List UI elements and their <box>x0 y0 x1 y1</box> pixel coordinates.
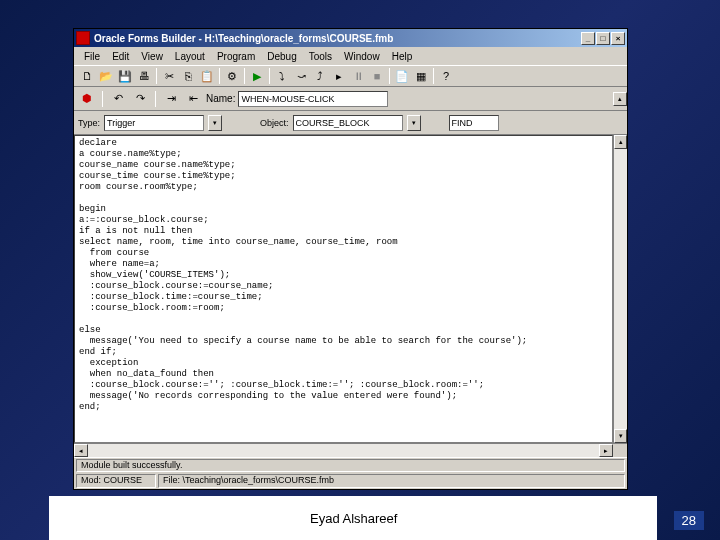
author-label: Eyad Alshareef <box>310 511 397 526</box>
help-icon[interactable]: ? <box>437 67 455 85</box>
object-dropdown-icon[interactable]: ▾ <box>407 115 421 131</box>
main-toolbar: 🗋 📂 💾 🖶 ✂ ⎘ 📋 ⚙ ▶ ⤵ ⤻ ⤴ ▸ ⏸ ■ 📄 ▦ ? <box>74 65 627 87</box>
type-dropdown-icon[interactable]: ▾ <box>208 115 222 131</box>
step-into-icon[interactable]: ⤵ <box>273 67 291 85</box>
menu-file[interactable]: File <box>78 49 106 64</box>
step-out-icon[interactable]: ⤴ <box>311 67 329 85</box>
menu-debug[interactable]: Debug <box>261 49 302 64</box>
go-icon[interactable]: ▸ <box>330 67 348 85</box>
object-input[interactable] <box>293 115 403 131</box>
new-icon[interactable]: 🗋 <box>78 67 96 85</box>
horizontal-scrollbar[interactable]: ◂ ▸ <box>74 443 627 457</box>
secondary-toolbar: ⬢ ↶ ↷ ⇥ ⇤ Name: ▴ <box>74 87 627 111</box>
redo-icon[interactable]: ↷ <box>131 90 149 108</box>
layout-icon[interactable]: ▦ <box>412 67 430 85</box>
menu-help[interactable]: Help <box>386 49 419 64</box>
type-input[interactable] <box>104 115 204 131</box>
undo-icon[interactable]: ↶ <box>109 90 127 108</box>
menu-layout[interactable]: Layout <box>169 49 211 64</box>
menubar: File Edit View Layout Program Debug Tool… <box>74 47 627 65</box>
app-icon <box>76 31 90 45</box>
minimize-button[interactable]: _ <box>581 32 595 45</box>
statusbar-1: Module built successfully. <box>74 457 627 473</box>
menu-window[interactable]: Window <box>338 49 386 64</box>
outdent-icon[interactable]: ⇤ <box>184 90 202 108</box>
name-input[interactable] <box>238 91 388 107</box>
compile-icon[interactable]: ⬢ <box>78 90 96 108</box>
app-window: Oracle Forms Builder - H:\Teaching\oracl… <box>73 28 628 490</box>
object-label: Object: <box>260 118 289 128</box>
indent-icon[interactable]: ⇥ <box>162 90 180 108</box>
maximize-button[interactable]: □ <box>596 32 610 45</box>
step-over-icon[interactable]: ⤻ <box>292 67 310 85</box>
close-button[interactable]: × <box>611 32 625 45</box>
form-icon[interactable]: 📄 <box>393 67 411 85</box>
page-number: 28 <box>674 511 704 530</box>
code-editor[interactable]: declare a course.name%type; course_name … <box>74 135 613 443</box>
scroll-right-button[interactable]: ▸ <box>599 444 613 457</box>
window-title: Oracle Forms Builder - H:\Teaching\oracl… <box>94 33 581 44</box>
scroll-track[interactable] <box>614 149 627 429</box>
slide-footer: Eyad Alshareef 28 <box>0 496 720 540</box>
open-icon[interactable]: 📂 <box>97 67 115 85</box>
scroll-up-icon[interactable]: ▴ <box>613 92 627 106</box>
cut-icon[interactable]: ✂ <box>160 67 178 85</box>
hscroll-track[interactable] <box>88 444 599 457</box>
stop-icon[interactable]: ■ <box>368 67 386 85</box>
status-message: Module built successfully. <box>76 459 625 472</box>
statusbar-2: Mod: COURSE File: \Teaching\oracle_forms… <box>74 473 627 489</box>
menu-tools[interactable]: Tools <box>303 49 338 64</box>
titlebar: Oracle Forms Builder - H:\Teaching\oracl… <box>74 29 627 47</box>
pause-icon[interactable]: ⏸ <box>349 67 367 85</box>
wizard-icon[interactable]: ⚙ <box>223 67 241 85</box>
editor-area: declare a course.name%type; course_name … <box>74 135 627 443</box>
run-icon[interactable]: ▶ <box>248 67 266 85</box>
extra-input[interactable] <box>449 115 499 131</box>
menu-program[interactable]: Program <box>211 49 261 64</box>
menu-edit[interactable]: Edit <box>106 49 135 64</box>
paste-icon[interactable]: 📋 <box>198 67 216 85</box>
status-file: File: \Teaching\oracle_forms\COURSE.fmb <box>158 474 625 488</box>
vertical-scrollbar[interactable]: ▴ ▾ <box>613 135 627 443</box>
menu-view[interactable]: View <box>135 49 169 64</box>
type-label: Type: <box>78 118 100 128</box>
copy-icon[interactable]: ⎘ <box>179 67 197 85</box>
save-icon[interactable]: 💾 <box>116 67 134 85</box>
scroll-left-button[interactable]: ◂ <box>74 444 88 457</box>
context-bar: Type: ▾ Object: ▾ <box>74 111 627 135</box>
scroll-down-button[interactable]: ▾ <box>614 429 627 443</box>
scroll-up-button[interactable]: ▴ <box>614 135 627 149</box>
name-label: Name: <box>206 93 235 104</box>
status-module: Mod: COURSE <box>76 474 156 488</box>
print-icon[interactable]: 🖶 <box>135 67 153 85</box>
